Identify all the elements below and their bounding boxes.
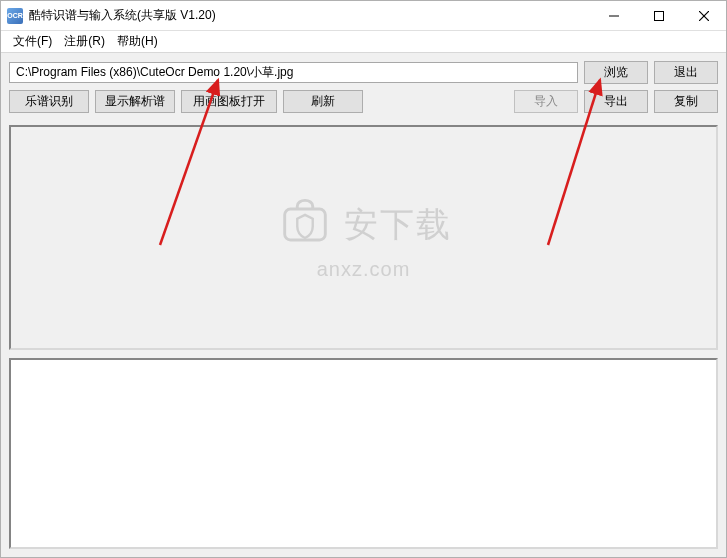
watermark: 安下载 anxz.com — [276, 195, 452, 280]
refresh-button[interactable]: 刷新 — [283, 90, 363, 113]
output-text-pane[interactable] — [9, 358, 718, 549]
window-title: 酷特识谱与输入系统(共享版 V1.20) — [29, 7, 216, 24]
window-controls — [591, 1, 726, 30]
svg-rect-1 — [654, 11, 663, 20]
shield-icon — [276, 195, 334, 253]
import-button[interactable]: 导入 — [514, 90, 578, 113]
image-preview-pane: 安下载 anxz.com — [9, 125, 718, 350]
menubar: 文件(F) 注册(R) 帮助(H) — [1, 31, 726, 53]
file-path-input[interactable] — [9, 62, 578, 83]
recognize-button[interactable]: 乐谱识别 — [9, 90, 89, 113]
copy-button[interactable]: 复制 — [654, 90, 718, 113]
show-parse-button[interactable]: 显示解析谱 — [95, 90, 175, 113]
minimize-button[interactable] — [591, 1, 636, 30]
maximize-button[interactable] — [636, 1, 681, 30]
titlebar: OCR 酷特识谱与输入系统(共享版 V1.20) — [1, 1, 726, 31]
app-icon: OCR — [7, 8, 23, 24]
browse-button[interactable]: 浏览 — [584, 61, 648, 84]
menu-file[interactable]: 文件(F) — [9, 33, 56, 50]
watermark-url: anxz.com — [317, 257, 411, 280]
app-window: OCR 酷特识谱与输入系统(共享版 V1.20) 文件(F) 注册(R) 帮助(… — [0, 0, 727, 558]
toolbar-area: 浏览 退出 乐谱识别 显示解析谱 用画图板打开 刷新 导入 导出 复制 — [1, 53, 726, 125]
watermark-text: 安下载 — [344, 201, 452, 247]
close-button[interactable] — [681, 1, 726, 30]
menu-help[interactable]: 帮助(H) — [113, 33, 162, 50]
open-paint-button[interactable]: 用画图板打开 — [181, 90, 277, 113]
menu-register[interactable]: 注册(R) — [60, 33, 109, 50]
exit-button[interactable]: 退出 — [654, 61, 718, 84]
export-button[interactable]: 导出 — [584, 90, 648, 113]
